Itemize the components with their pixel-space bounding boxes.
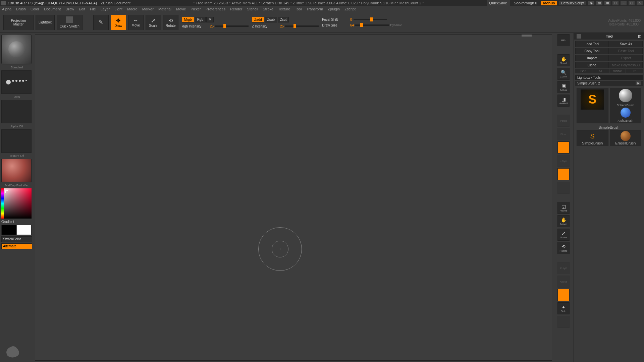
quick-sketch-button[interactable]: Quick Sketch [57,15,83,30]
actual-button[interactable]: ▣Actual [557,81,570,93]
tool-sel-eraserbrush[interactable]: EraserBrush [610,130,642,146]
rotate-button[interactable]: ⟲Rotate [163,15,178,30]
scroll-button[interactable]: ✋Scroll [557,54,570,66]
menu-edit[interactable]: Edit [79,7,85,11]
minimize-button[interactable]: – [621,1,627,5]
lsym-button[interactable]: L.Sym [557,155,570,167]
seethrough-label[interactable]: See-through 0 [512,1,539,5]
persp-button[interactable]: Persp [557,115,570,127]
frame-button[interactable]: ◱Frame [557,202,570,214]
zoom-button[interactable]: 🔍Zoom [557,68,570,80]
zadd-button[interactable]: Zadd [252,17,264,22]
m-button[interactable]: M [206,17,214,22]
goz-visible-button[interactable]: Visible [609,69,626,73]
solo-button[interactable]: ●Solo [557,302,570,314]
menu-draw[interactable]: Draw [65,7,74,11]
polyf-button[interactable]: PolyF [557,262,570,274]
tool-sel-simplebrush[interactable]: S SimpleBrush [577,130,608,146]
secondary-color-swatch[interactable] [17,225,32,235]
alpha-preview[interactable] [1,100,32,123]
z-intensity-slider[interactable]: Z Intensity 25 [252,24,319,28]
export-button[interactable]: Export [609,55,643,61]
rgb-intensity-slider[interactable]: Rgb Intensity 25 [182,24,249,28]
paste-tool-button[interactable]: Paste Tool [609,48,643,54]
menu-render[interactable]: Render [230,7,242,11]
menu-picker[interactable]: Picker [191,7,201,11]
panel-close-icon[interactable]: ◫ [638,34,641,39]
import-button[interactable]: Import [575,55,609,61]
zsub-button[interactable]: Zsub [265,17,277,22]
draw-size-slider[interactable]: Draw Size 64 Dynamic [322,23,402,27]
tool-panel-header[interactable]: Tool ◫ [574,33,644,40]
menu-material[interactable]: Material [158,7,171,11]
tool-r-button[interactable]: R [636,81,641,85]
canvas[interactable] [35,35,552,360]
rgb-button[interactable]: Rgb [195,17,206,22]
load-tool-button[interactable]: Load Tool [575,41,609,47]
copy-tool-button[interactable]: Copy Tool [575,48,609,54]
quicksave-button[interactable]: QuickSave [487,0,510,6]
menu-zplugin[interactable]: Zplugin [328,7,340,11]
menu-transform[interactable]: Transform [306,7,323,11]
lrs-active-button[interactable] [557,168,570,180]
menu-zscript[interactable]: Zscript [344,7,356,11]
menu-color[interactable]: Color [31,7,39,11]
menu-alpha[interactable]: Alpha [2,7,11,11]
gradient-label[interactable]: Gradient [1,220,32,224]
ghost-button[interactable] [557,289,570,301]
menu-macro[interactable]: Macro [127,7,138,11]
menu-texture[interactable]: Texture [278,7,290,11]
menu-layer[interactable]: Layer [101,7,110,11]
canvas-drag-handle[interactable] [522,35,532,37]
edit-button[interactable]: ✎ [93,15,109,30]
menus-button[interactable]: Menus [541,1,557,5]
brush-preview[interactable] [1,34,32,64]
aahalf-button[interactable]: ◨AAHalf [557,95,570,107]
scale-button[interactable]: ⤢Scale [146,15,161,30]
nav-move-button[interactable]: ✋Move [557,215,570,227]
color-picker[interactable] [1,188,32,219]
pin-icon[interactable] [577,34,581,39]
move-button[interactable]: ↔Move [128,15,144,30]
material-preview[interactable] [1,159,32,182]
window-button-4[interactable]: □ [612,1,619,5]
dynamic-label[interactable]: Dynamic [390,23,402,27]
zcut-button[interactable]: Zcut [278,17,289,22]
focal-shift-slider[interactable]: Focal Shift 0 [322,18,402,21]
xpose-button[interactable]: Xpose [557,276,570,288]
nav-scale-button[interactable]: ⤢Scale [557,229,570,241]
menu-document[interactable]: Document [44,7,61,11]
menu-movie[interactable]: Movie [176,7,186,11]
goz-r-button[interactable]: R [626,69,643,73]
local-button[interactable] [557,141,570,154]
close-button[interactable]: ✕ [637,1,643,5]
nav-rotate-button[interactable]: ⟲Rotate [557,242,570,254]
spherebrush-icon[interactable] [619,89,632,102]
stroke-preview[interactable] [1,70,32,94]
alphabrush-icon[interactable] [621,108,631,118]
menu-stencil[interactable]: Stencil [247,7,258,11]
menu-light[interactable]: Light [114,7,122,11]
lightbox-tools-header[interactable]: Lightbox › Tools [575,75,643,80]
menu-preferences[interactable]: Preferences [206,7,225,11]
default-zscript-button[interactable]: DefaultZScript [559,1,586,5]
bottom-nav-button[interactable] [557,316,570,328]
mrgb-button[interactable]: Mrgb [182,17,194,22]
draw-button[interactable]: ✥Draw [111,15,126,30]
goz-button[interactable]: GoZ [575,69,592,73]
projection-master-button[interactable]: Projection Master [3,15,34,30]
switch-color-button[interactable]: SwitchColor [1,236,32,242]
window-button-2[interactable]: ▧ [596,1,602,5]
menu-brush[interactable]: Brush [16,7,26,11]
maximize-button[interactable]: ▢ [629,1,635,5]
alternate-button[interactable]: Alternate [1,243,32,249]
goz-all-button[interactable]: All [592,69,609,73]
make-polymesh-button[interactable]: Make PolyMesh3D [609,62,643,68]
xyz-button[interactable] [557,182,570,194]
save-as-button[interactable]: Save As [609,41,643,47]
bpr-button[interactable]: BPr [557,34,570,46]
clone-button[interactable]: Clone [575,62,609,68]
menu-stroke[interactable]: Stroke [263,7,273,11]
menu-marker[interactable]: Marker [142,7,154,11]
texture-preview[interactable] [1,129,32,153]
